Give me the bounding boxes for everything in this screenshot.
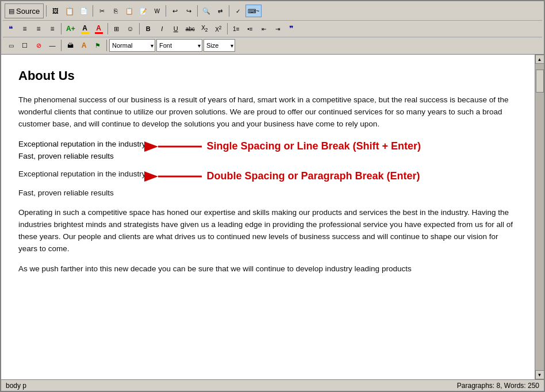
blockquote-button[interactable]: ❝ — [5, 22, 17, 35]
separator5 — [229, 5, 229, 17]
image-button[interactable]: 🏔 — [64, 39, 76, 52]
format-select-wrapper[interactable]: Normal Heading 1 Heading 2 Heading 3 — [109, 39, 155, 52]
checkbox-button[interactable]: ☐ — [18, 39, 31, 52]
horizontal-rule-button[interactable]: ▭ — [5, 39, 17, 52]
single-arrow-svg — [157, 139, 203, 155]
bold-icon: B — [146, 25, 151, 32]
double-spacing-text: Exceptional reputation in the industry F… — [18, 168, 145, 199]
indent-icon: ⇥ — [275, 26, 280, 32]
double-para2: Fast, proven reliable results — [18, 187, 145, 199]
autocomplete-button[interactable]: ⌨~ — [245, 5, 262, 17]
paste-icon: 📋 — [125, 7, 133, 15]
word-count: Paragraphs: 8, Words: 250 — [457, 382, 539, 390]
document-icon: 📄 — [80, 7, 88, 15]
subscript-button[interactable]: X2 — [198, 22, 211, 35]
redo-icon: ↪ — [186, 7, 191, 15]
content-area: About Us The phenomenal success of our b… — [1, 55, 544, 379]
indent-button[interactable]: ⇥ — [271, 22, 284, 35]
scrollbar-thumb[interactable] — [536, 70, 544, 93]
separator-icon: — — [49, 42, 56, 49]
bold-button[interactable]: B — [142, 22, 155, 35]
blockquote-icon: ❝ — [9, 24, 13, 33]
double-arrow-svg — [157, 168, 203, 185]
spellcheck-button[interactable]: ✓ — [232, 5, 244, 17]
subscript-icon: X2 — [201, 25, 208, 33]
toolbar-separator — [46, 5, 47, 17]
flag-button[interactable]: ⚑ — [91, 39, 104, 52]
source-icon: ▤ — [9, 7, 14, 15]
separator9 — [227, 23, 228, 34]
font-size-increase-button[interactable]: A+ — [64, 22, 78, 35]
align-right-button[interactable]: ≡ — [46, 22, 59, 35]
checkbox-icon: ☐ — [22, 42, 28, 49]
templates-icon: 📋 — [65, 7, 74, 16]
unordered-list-button[interactable]: •≡ — [244, 22, 256, 35]
outdent-button[interactable]: ⇤ — [258, 22, 270, 35]
align-center-button[interactable]: ≡ — [32, 22, 45, 35]
font-bg-button[interactable]: A — [93, 22, 105, 35]
italic-icon: I — [161, 25, 163, 32]
remove-format-button[interactable]: ⊘ — [32, 39, 45, 52]
path-info: body p — [6, 382, 26, 390]
separator4 — [197, 5, 198, 17]
paste-word-icon: W — [154, 8, 159, 14]
single-line1: Exceptional reputation in the industry — [18, 139, 145, 151]
preview-icon: 🖼 — [52, 7, 59, 14]
align-left-button[interactable]: ≡ — [18, 22, 31, 35]
underline-button[interactable]: U — [170, 22, 182, 35]
replace-icon: ⇄ — [218, 8, 222, 14]
paragraph2: Operating in such a competitive space ha… — [18, 207, 517, 255]
scroll-down-button[interactable]: ▼ — [535, 370, 544, 379]
italic-button[interactable]: I — [156, 22, 168, 35]
blockquote2-button[interactable]: ❞ — [285, 22, 298, 35]
paste-word-button[interactable]: W — [151, 5, 163, 17]
font-color-button[interactable]: A — [79, 22, 91, 35]
text-color-btn2[interactable]: A — [78, 39, 90, 52]
spellcheck-icon: ✓ — [236, 8, 240, 14]
toolbar-row1: ▤ Source 🖼 📋 📄 ✂ ⎘ 📋 — [1, 1, 544, 55]
page-title: About Us — [18, 66, 517, 85]
editor-body[interactable]: About Us The phenomenal success of our b… — [1, 55, 535, 379]
single-spacing-section: Exceptional reputation in the industry F… — [18, 139, 517, 163]
font-select-wrapper[interactable]: Font Arial Times New Roman Courier New — [156, 39, 202, 52]
separator8 — [139, 23, 140, 34]
smiley-button[interactable]: ☺ — [124, 22, 137, 35]
text-color2-icon: A — [82, 41, 87, 49]
source-button[interactable]: ▤ Source — [5, 3, 44, 18]
editor-container: ▤ Source 🖼 📋 📄 ✂ ⎘ 📋 — [0, 0, 545, 392]
align-right-icon: ≡ — [50, 25, 54, 33]
paste-text-button[interactable]: 📝 — [137, 5, 149, 17]
single-spacing-text: Exceptional reputation in the industry F… — [18, 139, 145, 163]
single-spacing-annotation: Single Spacing or Line Break (Shift + En… — [157, 139, 421, 155]
ordered-list-button[interactable]: 1≡ — [230, 22, 243, 35]
scroll-up-button[interactable]: ▲ — [535, 55, 544, 64]
size-select-wrapper[interactable]: Size 10 12 14 16 — [204, 39, 235, 52]
scrollbar-track[interactable] — [535, 64, 544, 370]
scrollbar[interactable]: ▲ ▼ — [535, 55, 544, 379]
table-button[interactable]: ⊞ — [110, 22, 123, 35]
undo-button[interactable]: ↩ — [168, 5, 181, 17]
horizontal-rule-icon: ▭ — [9, 43, 14, 49]
superscript-button[interactable]: X2 — [212, 22, 225, 35]
cut-button[interactable]: ✂ — [95, 5, 108, 17]
separator7 — [108, 23, 108, 34]
align-left-icon: ≡ — [22, 25, 26, 33]
document-button[interactable]: 📄 — [78, 5, 90, 17]
strikethrough-button[interactable]: abc — [183, 22, 197, 35]
redo-button[interactable]: ↪ — [182, 5, 195, 17]
preview-button[interactable]: 🖼 — [49, 5, 62, 17]
single-spacing-label: Single Spacing or Line Break (Shift + En… — [206, 139, 421, 154]
smiley-icon: ☺ — [127, 25, 134, 33]
replace-button[interactable]: ⇄ — [214, 5, 227, 17]
templates-button[interactable]: 📋 — [63, 5, 76, 17]
copy-button[interactable]: ⎘ — [109, 5, 122, 17]
format-select[interactable]: Normal Heading 1 Heading 2 Heading 3 — [109, 39, 155, 52]
size-select[interactable]: Size 10 12 14 16 — [204, 39, 235, 52]
font-bg-icon: A — [95, 24, 103, 34]
separator10 — [61, 40, 62, 51]
paste-button[interactable]: 📋 — [123, 5, 136, 17]
separator-button[interactable]: — — [46, 39, 59, 52]
find-button[interactable]: 🔍 — [200, 5, 213, 17]
paragraph3: As we push farther into this new decade … — [18, 263, 517, 275]
font-select[interactable]: Font Arial Times New Roman Courier New — [156, 39, 202, 52]
